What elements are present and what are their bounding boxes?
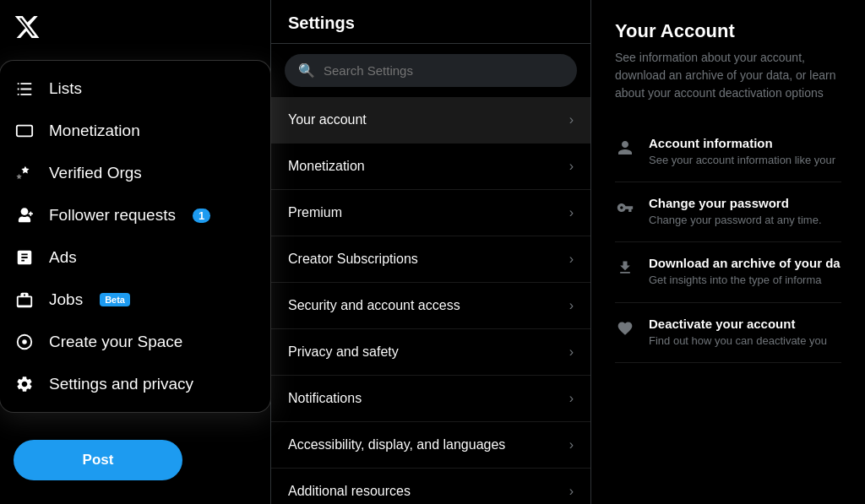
chevron-icon: › — [569, 205, 574, 220]
follower-requests-icon — [14, 204, 35, 226]
settings-item-premium[interactable]: Premium › — [271, 190, 590, 236]
settings-item-accessibility[interactable]: Accessibility, display, and languages › — [271, 422, 590, 469]
settings-item-label: Additional resources — [288, 484, 411, 499]
right-item-account-info[interactable]: Account information See your account inf… — [615, 122, 841, 182]
follower-requests-badge: 1 — [193, 209, 210, 223]
follower-requests-label: Follower requests — [49, 206, 176, 225]
chevron-icon: › — [569, 298, 574, 313]
settings-item-label: Privacy and safety — [288, 344, 399, 360]
settings-list: Your account › Monetization › Premium › … — [271, 97, 590, 504]
search-icon: 🔍 — [298, 62, 315, 79]
jobs-icon — [14, 289, 35, 311]
right-panel-title: Your Account — [615, 20, 841, 42]
settings-item-label: Your account — [288, 112, 367, 127]
dropdown-item-settings[interactable]: Settings and privacy — [0, 363, 270, 405]
deactivate-desc: Find out how you can deactivate you — [649, 333, 841, 349]
create-space-label: Create your Space — [49, 333, 182, 351]
settings-item-privacy[interactable]: Privacy and safety › — [271, 329, 590, 376]
dropdown-item-jobs[interactable]: Jobs Beta — [0, 279, 270, 321]
right-item-deactivate[interactable]: Deactivate your account Find out how you… — [615, 303, 841, 363]
settings-privacy-label: Settings and privacy — [49, 375, 193, 393]
right-item-change-password[interactable]: Change your password Change your passwor… — [615, 182, 841, 242]
chevron-icon: › — [569, 391, 574, 406]
jobs-label: Jobs — [49, 290, 83, 309]
download-archive-desc: Get insights into the type of informa — [649, 273, 841, 288]
verified-orgs-label: Verified Orgs — [49, 164, 142, 182]
nav-dropdown: Lists Monetization Verified Orgs Followe… — [0, 61, 270, 412]
change-password-content: Change your password Change your passwor… — [649, 196, 841, 228]
x-logo-icon — [14, 14, 41, 41]
person-icon — [615, 138, 635, 158]
chevron-icon: › — [569, 437, 574, 453]
logo[interactable] — [0, 7, 270, 54]
settings-panel: Settings 🔍 Your account › Monetization ›… — [270, 0, 591, 504]
settings-item-label: Notifications — [288, 391, 362, 406]
key-icon — [615, 198, 635, 218]
post-button[interactable]: Post — [14, 440, 182, 480]
chevron-icon: › — [569, 112, 574, 127]
account-info-desc: See your account information like your — [649, 153, 841, 168]
settings-search-bar[interactable]: 🔍 — [285, 54, 577, 87]
download-archive-content: Download an archive of your da Get insig… — [649, 256, 841, 288]
create-space-icon — [14, 331, 35, 353]
sidebar: 🏠 Home Lists Monetization Verified Orgs — [0, 0, 270, 504]
download-icon — [615, 257, 635, 278]
heart-icon — [615, 318, 635, 339]
search-input[interactable] — [324, 63, 563, 78]
verified-orgs-icon — [14, 162, 35, 184]
monetization-icon — [14, 120, 35, 142]
dropdown-item-monetization[interactable]: Monetization — [0, 110, 270, 152]
deactivate-title: Deactivate your account — [649, 317, 841, 331]
svg-point-2 — [22, 339, 27, 344]
dropdown-item-lists[interactable]: Lists — [0, 68, 270, 110]
settings-item-monetization[interactable]: Monetization › — [271, 144, 590, 190]
settings-item-label: Creator Subscriptions — [288, 252, 418, 267]
chevron-icon: › — [569, 252, 574, 267]
right-panel-description: See information about your account, down… — [615, 49, 841, 102]
chevron-icon: › — [569, 484, 574, 499]
settings-item-notifications[interactable]: Notifications › — [271, 376, 590, 422]
settings-title: Settings — [271, 0, 590, 44]
dropdown-item-verified-orgs[interactable]: Verified Orgs — [0, 152, 270, 194]
chevron-icon: › — [569, 159, 574, 174]
right-panel: Your Account See information about your … — [591, 0, 865, 504]
settings-item-label: Monetization — [288, 159, 365, 174]
lists-label: Lists — [49, 79, 82, 98]
monetization-label: Monetization — [49, 122, 140, 140]
ads-label: Ads — [49, 248, 77, 267]
dropdown-item-create-space[interactable]: Create your Space — [0, 321, 270, 363]
svg-rect-0 — [17, 126, 32, 137]
lists-icon — [14, 78, 35, 100]
change-password-desc: Change your password at any time. — [649, 213, 841, 228]
chevron-icon: › — [569, 344, 574, 360]
download-archive-title: Download an archive of your da — [649, 256, 841, 270]
ads-icon — [14, 247, 35, 268]
account-info-content: Account information See your account inf… — [649, 136, 841, 168]
dropdown-item-ads[interactable]: Ads — [0, 236, 270, 279]
deactivate-content: Deactivate your account Find out how you… — [649, 317, 841, 349]
jobs-badge: Beta — [100, 293, 130, 306]
settings-icon — [14, 373, 35, 395]
settings-item-label: Accessibility, display, and languages — [288, 437, 505, 453]
settings-item-label: Security and account access — [288, 298, 460, 313]
dropdown-item-follower-requests[interactable]: Follower requests 1 — [0, 194, 270, 236]
settings-item-additional[interactable]: Additional resources › — [271, 469, 590, 504]
settings-item-label: Premium — [288, 205, 342, 220]
settings-item-creator-subscriptions[interactable]: Creator Subscriptions › — [271, 236, 590, 283]
change-password-title: Change your password — [649, 196, 841, 210]
account-info-title: Account information — [649, 136, 841, 150]
settings-item-security[interactable]: Security and account access › — [271, 283, 590, 329]
settings-item-your-account[interactable]: Your account › — [271, 97, 590, 144]
right-item-download-archive[interactable]: Download an archive of your da Get insig… — [615, 242, 841, 302]
